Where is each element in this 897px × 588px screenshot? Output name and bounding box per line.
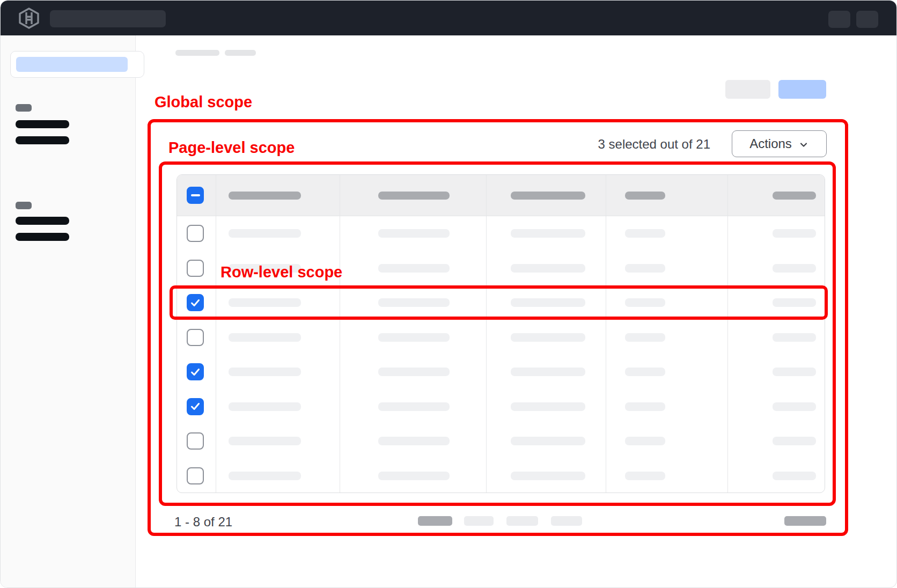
sidebar-item-skeleton[interactable] xyxy=(16,217,69,225)
page-scope-label: Page-level scope xyxy=(168,138,295,157)
cell-skeleton xyxy=(229,402,301,411)
cell-skeleton xyxy=(229,367,301,376)
select-all-checkbox[interactable] xyxy=(187,187,204,204)
breadcrumb-skeleton xyxy=(225,50,256,56)
row-cell xyxy=(727,216,825,251)
cell-skeleton xyxy=(378,367,450,376)
row-checkbox[interactable] xyxy=(187,398,204,415)
row-checkbox[interactable] xyxy=(187,294,204,311)
header-cell xyxy=(486,175,606,216)
secondary-button-skeleton[interactable] xyxy=(725,80,770,99)
cell-skeleton xyxy=(773,472,816,480)
cell-skeleton xyxy=(378,437,450,445)
pager-prev-skeleton[interactable] xyxy=(418,516,452,526)
row-cell xyxy=(606,424,727,459)
cell-skeleton xyxy=(511,402,585,411)
sidebar-group-label-skeleton xyxy=(16,104,32,112)
primary-button-skeleton[interactable] xyxy=(778,80,826,99)
actions-button-label: Actions xyxy=(749,136,792,151)
check-icon xyxy=(190,368,200,376)
pager-page-skeleton[interactable] xyxy=(464,516,494,526)
row-checkbox[interactable] xyxy=(187,329,204,346)
hashicorp-logo-icon xyxy=(19,8,39,29)
table-row xyxy=(177,285,825,320)
row-cell xyxy=(340,320,486,355)
cell-skeleton xyxy=(378,402,450,411)
sidebar-item-skeleton[interactable] xyxy=(16,136,69,144)
table-row xyxy=(177,355,825,389)
row-cell xyxy=(340,355,486,389)
row-cell xyxy=(216,320,340,355)
row-cell xyxy=(727,355,825,389)
row-cell xyxy=(486,251,606,286)
table-body xyxy=(177,216,825,493)
header-cell xyxy=(727,175,825,216)
cell-skeleton xyxy=(511,298,585,307)
topbar-icon-skeleton[interactable] xyxy=(828,11,850,28)
cell-skeleton xyxy=(625,472,665,480)
column-header-skeleton xyxy=(625,192,665,200)
row-checkbox[interactable] xyxy=(187,432,204,450)
cell-skeleton xyxy=(773,402,816,411)
row-cell xyxy=(486,355,606,389)
column-header-skeleton xyxy=(229,192,301,200)
row-checkbox[interactable] xyxy=(187,225,204,242)
global-scope-label: Global scope xyxy=(155,93,252,111)
sidebar-item-skeleton[interactable] xyxy=(16,233,69,241)
row-cell xyxy=(727,285,825,320)
cell-skeleton xyxy=(229,472,301,480)
app-window: Global scope Page-level scope Row-level … xyxy=(0,0,897,588)
row-checkbox-cell xyxy=(177,216,216,251)
pager-page-skeleton[interactable] xyxy=(551,516,582,526)
row-checkbox-cell xyxy=(177,285,216,320)
header-cell xyxy=(216,175,340,216)
row-cell xyxy=(606,459,727,494)
pager-page-skeleton[interactable] xyxy=(506,516,538,526)
row-cell xyxy=(606,251,727,286)
pager-next-skeleton[interactable] xyxy=(784,516,826,526)
row-cell xyxy=(727,424,825,459)
row-cell xyxy=(340,389,486,424)
search-input[interactable] xyxy=(50,10,166,27)
cell-skeleton xyxy=(773,298,816,307)
cell-skeleton xyxy=(511,437,585,445)
row-checkbox[interactable] xyxy=(187,467,204,484)
row-checkbox[interactable] xyxy=(187,363,204,380)
table-row xyxy=(177,216,825,251)
cell-skeleton xyxy=(773,367,816,376)
cell-skeleton xyxy=(625,333,665,342)
cell-skeleton xyxy=(229,298,301,307)
row-checkbox[interactable] xyxy=(187,260,204,277)
row-checkbox-cell xyxy=(177,459,216,494)
actions-dropdown-button[interactable]: Actions xyxy=(732,130,827,157)
row-cell xyxy=(216,355,340,389)
sidebar-group-label-skeleton xyxy=(16,202,32,209)
row-cell xyxy=(727,251,825,286)
row-cell xyxy=(606,355,727,389)
row-cell xyxy=(340,216,486,251)
sidebar-item-skeleton[interactable] xyxy=(16,120,69,128)
cell-skeleton xyxy=(229,333,301,342)
active-item-skeleton xyxy=(16,57,128,72)
cell-skeleton xyxy=(773,264,816,273)
user-menu-skeleton[interactable] xyxy=(856,11,878,28)
cell-skeleton xyxy=(625,298,665,307)
sidebar-item-active[interactable] xyxy=(10,51,144,78)
row-checkbox-cell xyxy=(177,355,216,389)
cell-skeleton xyxy=(378,264,450,273)
topbar xyxy=(1,1,897,35)
row-scope-label: Row-level scope xyxy=(220,263,342,281)
row-cell xyxy=(340,285,486,320)
cell-skeleton xyxy=(511,472,585,480)
cell-skeleton xyxy=(773,229,816,238)
table-row xyxy=(177,320,825,355)
row-cell xyxy=(727,459,825,494)
row-checkbox-cell xyxy=(177,320,216,355)
breadcrumb-skeleton xyxy=(175,50,219,56)
cell-skeleton xyxy=(229,437,301,445)
cell-skeleton xyxy=(625,367,665,376)
row-cell xyxy=(486,424,606,459)
pagination-range: 1 - 8 of 21 xyxy=(174,514,232,530)
table-row xyxy=(177,389,825,424)
cell-skeleton xyxy=(378,298,450,307)
